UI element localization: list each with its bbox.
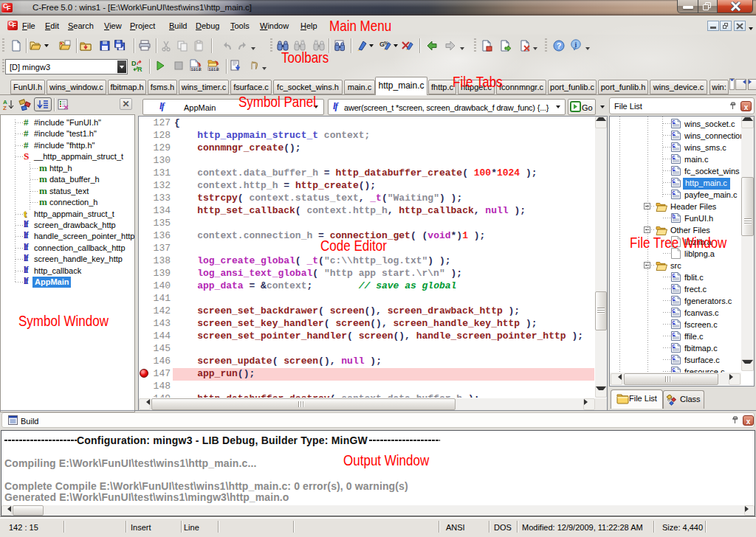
- svg-text:?: ?: [557, 41, 562, 50]
- svg-text:10101: 10101: [191, 67, 202, 72]
- svg-text:i: i: [575, 41, 577, 49]
- svg-text:D: D: [131, 60, 137, 67]
- svg-text:R: R: [137, 66, 142, 72]
- svg-text:10101: 10101: [209, 67, 220, 72]
- svg-text:Z: Z: [3, 105, 7, 111]
